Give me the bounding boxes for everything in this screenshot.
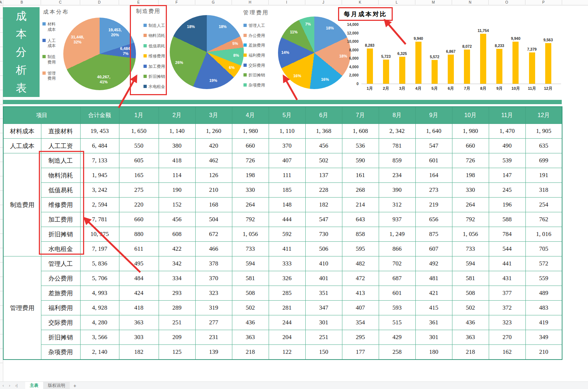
- bar[interactable]: [512, 42, 519, 84]
- bar[interactable]: [415, 42, 421, 84]
- month-cell[interactable]: 361: [415, 315, 452, 330]
- month-cell[interactable]: 390: [379, 183, 415, 198]
- month-cell[interactable]: 303: [119, 330, 159, 345]
- month-cell[interactable]: 401: [305, 271, 342, 286]
- month-cell[interactable]: 218: [452, 345, 489, 360]
- month-cell[interactable]: 472: [342, 271, 379, 286]
- month-cell[interactable]: 347: [305, 301, 342, 315]
- month-cell[interactable]: 547: [415, 139, 452, 153]
- month-cell[interactable]: 424: [119, 286, 159, 301]
- month-cell[interactable]: 413: [342, 286, 379, 301]
- month-cell[interactable]: 502: [232, 301, 269, 315]
- month-cell[interactable]: 572: [525, 256, 562, 271]
- month-cell[interactable]: 429: [379, 330, 415, 345]
- month-cell[interactable]: 536: [342, 139, 379, 153]
- add-sheet-icon[interactable]: +: [73, 383, 76, 389]
- month-cell[interactable]: 687: [379, 271, 415, 286]
- month-cell[interactable]: 182: [119, 345, 159, 360]
- month-cell[interactable]: 859: [379, 153, 415, 168]
- bar[interactable]: [383, 60, 389, 84]
- month-cell[interactable]: 150: [305, 345, 342, 360]
- month-cell[interactable]: 228: [305, 183, 342, 198]
- month-cell[interactable]: 190: [159, 183, 195, 198]
- month-cell[interactable]: 114: [159, 168, 195, 183]
- total-cell[interactable]: 4, 993: [80, 286, 119, 301]
- month-cell[interactable]: 378: [195, 256, 232, 271]
- month-cell[interactable]: 1, 260: [195, 124, 232, 139]
- month-cell[interactable]: 234: [379, 168, 415, 183]
- month-cell[interactable]: 372: [489, 301, 525, 315]
- month-cell[interactable]: 258: [379, 345, 415, 360]
- month-cell[interactable]: 506: [305, 242, 342, 256]
- month-cell[interactable]: 699: [525, 153, 562, 168]
- column-letter[interactable]: A: [0, 0, 2, 5]
- month-cell[interactable]: 419: [525, 315, 562, 330]
- month-cell[interactable]: 594: [452, 256, 489, 271]
- item-cell[interactable]: 折旧摊销: [41, 330, 80, 345]
- month-cell[interactable]: 277: [195, 315, 232, 330]
- pie-chart-manufacturing[interactable]: 18%5%8%6%19%26%18%: [170, 15, 244, 89]
- month-cell[interactable]: 590: [342, 153, 379, 168]
- column-letter[interactable]: I: [286, 0, 287, 5]
- month-cell[interactable]: 422: [159, 242, 195, 256]
- month-cell[interactable]: 762: [525, 212, 562, 227]
- month-cell[interactable]: 502: [452, 301, 489, 315]
- total-cell[interactable]: 7, 133: [80, 153, 119, 168]
- month-cell[interactable]: 492: [415, 256, 452, 271]
- total-cell[interactable]: 4, 928: [80, 301, 119, 315]
- month-cell[interactable]: 660: [452, 139, 489, 153]
- header-month[interactable]: 3月: [195, 107, 232, 124]
- total-cell[interactable]: 7, 197: [80, 242, 119, 256]
- month-cell[interactable]: 122: [269, 345, 305, 360]
- month-cell[interactable]: 407: [342, 301, 379, 315]
- month-cell[interactable]: 456: [305, 139, 342, 153]
- month-cell[interactable]: 1, 980: [232, 124, 269, 139]
- month-cell[interactable]: 191: [525, 168, 562, 183]
- header-month[interactable]: 5月: [269, 107, 305, 124]
- month-cell[interactable]: 218: [232, 345, 269, 360]
- month-cell[interactable]: 456: [159, 212, 195, 227]
- month-cell[interactable]: 301: [415, 330, 452, 345]
- month-cell[interactable]: 165: [119, 168, 159, 183]
- month-cell[interactable]: 1, 249: [379, 227, 415, 242]
- month-cell[interactable]: 333: [269, 256, 305, 271]
- total-cell[interactable]: 5, 836: [80, 256, 119, 271]
- month-cell[interactable]: 601: [379, 286, 415, 301]
- month-cell[interactable]: 1, 110: [269, 124, 305, 139]
- month-cell[interactable]: 937: [379, 212, 415, 227]
- total-cell[interactable]: 2, 140: [80, 345, 119, 360]
- total-cell[interactable]: 6, 484: [80, 139, 119, 153]
- month-cell[interactable]: 539: [489, 153, 525, 168]
- column-letter[interactable]: E: [137, 0, 140, 5]
- month-cell[interactable]: 1, 368: [305, 124, 342, 139]
- month-cell[interactable]: 515: [379, 315, 415, 330]
- month-cell[interactable]: 781: [379, 139, 415, 153]
- month-cell[interactable]: 295: [342, 330, 379, 345]
- month-cell[interactable]: 363: [452, 330, 489, 345]
- month-cell[interactable]: 1, 056: [232, 227, 269, 242]
- month-cell[interactable]: 436: [452, 315, 489, 330]
- header-month[interactable]: 11月: [489, 107, 525, 124]
- month-cell[interactable]: 594: [232, 256, 269, 271]
- month-cell[interactable]: 210: [195, 183, 232, 198]
- month-cell[interactable]: 219: [415, 198, 452, 212]
- month-cell[interactable]: 490: [489, 139, 525, 153]
- month-cell[interactable]: 595: [342, 242, 379, 256]
- annotation-box-manufacturing-items[interactable]: [39, 151, 84, 255]
- month-cell[interactable]: 380: [159, 139, 195, 153]
- month-cell[interactable]: 351: [305, 286, 342, 301]
- column-letter[interactable]: H: [249, 0, 251, 5]
- month-cell[interactable]: 245: [489, 183, 525, 198]
- header-month[interactable]: 9月: [415, 107, 452, 124]
- month-cell[interactable]: 601: [415, 153, 452, 168]
- month-cell[interactable]: 635: [525, 139, 562, 153]
- month-cell[interactable]: 264: [452, 198, 489, 212]
- total-cell[interactable]: 5, 706: [80, 271, 119, 286]
- item-cell[interactable]: 差旅费用: [41, 286, 80, 301]
- month-cell[interactable]: 726: [232, 153, 269, 168]
- month-cell[interactable]: 880: [119, 227, 159, 242]
- month-cell[interactable]: 607: [415, 242, 452, 256]
- month-cell[interactable]: 875: [415, 227, 452, 242]
- month-cell[interactable]: 209: [159, 330, 195, 345]
- chevron-left-icon[interactable]: ‹: [3, 382, 4, 389]
